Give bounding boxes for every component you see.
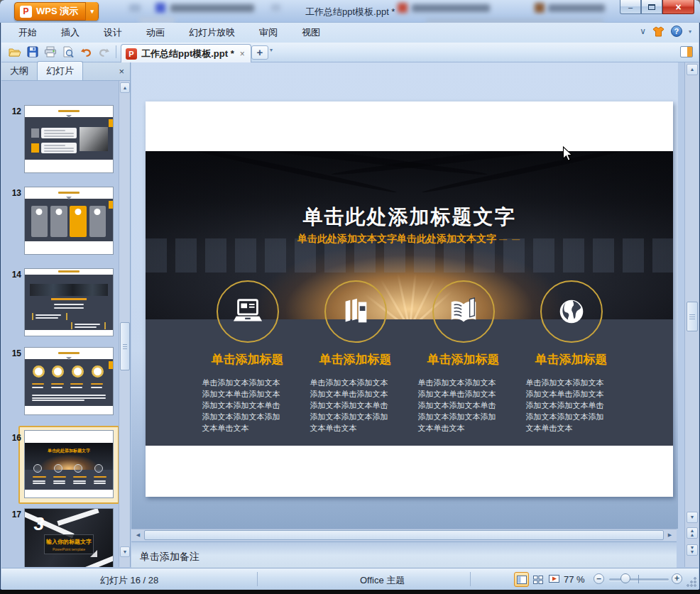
menu-design[interactable]: 设计 (97, 23, 129, 42)
zoom-slider-thumb[interactable] (620, 573, 630, 583)
wps-app-button[interactable]: P WPS 演示 ▾ (14, 2, 99, 21)
slide-thumbnail-14[interactable]: 14 (1, 268, 119, 338)
next-slide-button[interactable]: ▼ ▼ (687, 544, 698, 556)
feature-circle-1[interactable] (217, 280, 279, 343)
new-tab-button[interactable]: + (251, 45, 268, 60)
slide-thumbnail-12[interactable]: 12 (1, 105, 119, 175)
redo-button[interactable] (96, 44, 111, 60)
panel-scroll-up-icon[interactable]: ▲ (120, 82, 130, 93)
restore-button[interactable] (641, 0, 662, 14)
slide-subtitle-text[interactable]: 单击此处添加文本文字单击此处添加文本文字 — — (146, 233, 673, 246)
close-button[interactable]: × (662, 0, 694, 14)
print-button[interactable] (43, 44, 58, 60)
save-icon (27, 46, 38, 57)
document-tab[interactable]: P 工作总结ppt模板.ppt * × (121, 44, 251, 62)
statusbar-divider (257, 572, 258, 586)
background-window-blur (398, 3, 408, 13)
collapse-ribbon-icon[interactable]: ∨ (640, 26, 646, 36)
scroll-left-icon[interactable]: ◀ (133, 530, 143, 540)
slide-number: 13 (7, 188, 21, 198)
printer-icon (44, 46, 57, 57)
thumbnail-image (24, 105, 114, 173)
content-column-2[interactable]: 单击添加标题 单击添加文本添加文本 添加文本单击添加文本 添加文本添加文本单击 … (310, 351, 401, 434)
vertical-scrollbar[interactable]: ▲ ▼ ▲ ▲ ▼ ▼ (684, 62, 699, 567)
notes-pane[interactable]: 单击添加备注 (131, 541, 677, 571)
zoom-slider-track[interactable] (609, 578, 669, 581)
thumbnail-image: 单击此处添加标题文字 (24, 430, 114, 498)
document-tab-label: 工作总结ppt模板.ppt * (141, 48, 234, 60)
scroll-down-icon[interactable]: ▼ (687, 512, 698, 523)
content-column-1[interactable]: 单击添加标题 单击添加文本添加文本 添加文本单击添加文本 添加文本添加文本单击 … (202, 351, 293, 434)
menu-insert[interactable]: 插入 (54, 23, 87, 42)
globe-icon (555, 295, 588, 328)
print-preview-button[interactable] (60, 44, 76, 60)
slide-sorter-icon (533, 576, 543, 584)
scrollbar-thumb[interactable] (687, 302, 698, 331)
zoom-slider-midpoint (638, 575, 639, 583)
slide-thumbnail-15[interactable]: 15 (1, 347, 119, 417)
statusbar-divider (470, 572, 471, 586)
slide-sorter-view-button[interactable] (530, 572, 545, 587)
help-icon[interactable]: ? (671, 26, 682, 37)
tab-outline[interactable]: 大纲 (1, 62, 37, 80)
zoom-in-button[interactable]: + (672, 573, 682, 584)
content-column-3[interactable]: 单击添加标题 单击添加文本添加文本 添加文本单击添加文本 添加文本添加文本单击 … (418, 351, 509, 434)
open-book-icon (447, 295, 480, 328)
slide-number: 14 (7, 270, 21, 280)
feature-circle-4[interactable] (540, 280, 603, 343)
document-tab-close-icon[interactable]: × (240, 49, 245, 59)
wps-app-button-label: WPS 演示 (36, 5, 84, 18)
member-shirt-icon[interactable] (652, 26, 665, 37)
column-heading: 单击添加标题 (310, 351, 401, 368)
column-heading: 单击添加标题 (526, 351, 617, 368)
notes-placeholder[interactable]: 单击添加备注 (140, 551, 199, 563)
feature-circle-3[interactable] (432, 280, 495, 343)
title-bar[interactable]: P WPS 演示 ▾ 工作总结ppt模板.ppt * – × (0, 0, 700, 23)
menu-animation[interactable]: 动画 (139, 23, 172, 42)
menu-view[interactable]: 视图 (295, 23, 327, 42)
column-body: 单击添加文本添加文本 添加文本单击添加文本 添加文本添加文本单击 添加文本添加文… (418, 377, 509, 434)
panel-scrollbar[interactable]: ▲ ▼ (119, 81, 130, 567)
slide-counter: 幻灯片 16 / 28 (1, 574, 257, 587)
menu-slideshow[interactable]: 幻灯片放映 (182, 23, 242, 42)
open-button[interactable] (7, 44, 23, 60)
books-icon (339, 295, 372, 328)
column-body: 单击添加文本添加文本 添加文本单击添加文本 添加文本添加文本单击 添加文本添加文… (202, 377, 293, 434)
panel-close-icon[interactable]: × (119, 66, 124, 77)
slide-editor-canvas[interactable]: 单击此处添加标题文字 单击此处添加文本文字单击此处添加文本文字 — — (131, 62, 678, 529)
task-pane-toggle-icon[interactable] (680, 46, 693, 57)
save-button[interactable] (25, 44, 40, 60)
thumbnail-image (24, 347, 114, 415)
horizontal-scrollbar[interactable]: ◀ ▶ (131, 529, 677, 541)
scroll-right-icon[interactable]: ▶ (665, 530, 675, 540)
new-tab-dropdown-icon[interactable]: ▾ (270, 47, 273, 53)
help-dropdown-icon[interactable]: ▾ (689, 28, 691, 35)
panel-scrollbar-thumb[interactable] (120, 322, 130, 370)
undo-button[interactable] (78, 44, 94, 60)
window-resize-grip[interactable] (687, 577, 696, 587)
slide-thumbnail-16-selected[interactable]: 16 单击此处添加标题文字 (1, 430, 119, 508)
slideshow-view-button[interactable] (547, 572, 562, 587)
scroll-up-icon[interactable]: ▲ (687, 64, 698, 75)
slide-title-text[interactable]: 单击此处添加标题文字 (146, 204, 673, 231)
slide-thumbnail-17[interactable]: 17 3 输入你的标题文字 PowerPoint template (1, 508, 119, 567)
previous-slide-button[interactable]: ▲ ▲ (687, 527, 698, 539)
slide-panel: 大纲 幻灯片 × 12 (1, 62, 131, 567)
panel-scroll-down-icon[interactable]: ▼ (120, 546, 130, 557)
wps-app-dropdown[interactable]: ▾ (85, 2, 98, 21)
horizontal-scrollbar-thumb[interactable] (144, 530, 664, 540)
redo-icon (98, 47, 110, 57)
slide-16[interactable]: 单击此处添加标题文字 单击此处添加文本文字单击此处添加文本文字 — — (146, 101, 673, 497)
tab-slides[interactable]: 幻灯片 (37, 61, 83, 80)
menu-review[interactable]: 审阅 (252, 23, 285, 42)
normal-view-button[interactable] (514, 572, 529, 587)
background-window-blur (271, 4, 280, 11)
menu-home[interactable]: 开始 (11, 23, 44, 42)
slide-thumbnail-13[interactable]: 13 (1, 187, 119, 256)
feature-circle-2[interactable] (324, 280, 387, 343)
zoom-out-button[interactable]: – (594, 573, 604, 584)
theme-name[interactable]: Office 主题 (360, 574, 405, 587)
minimize-button[interactable]: – (620, 0, 641, 14)
content-column-4[interactable]: 单击添加标题 单击添加文本添加文本 添加文本单击添加文本 添加文本添加文本单击 … (526, 351, 617, 434)
column-heading: 单击添加标题 (202, 351, 293, 368)
